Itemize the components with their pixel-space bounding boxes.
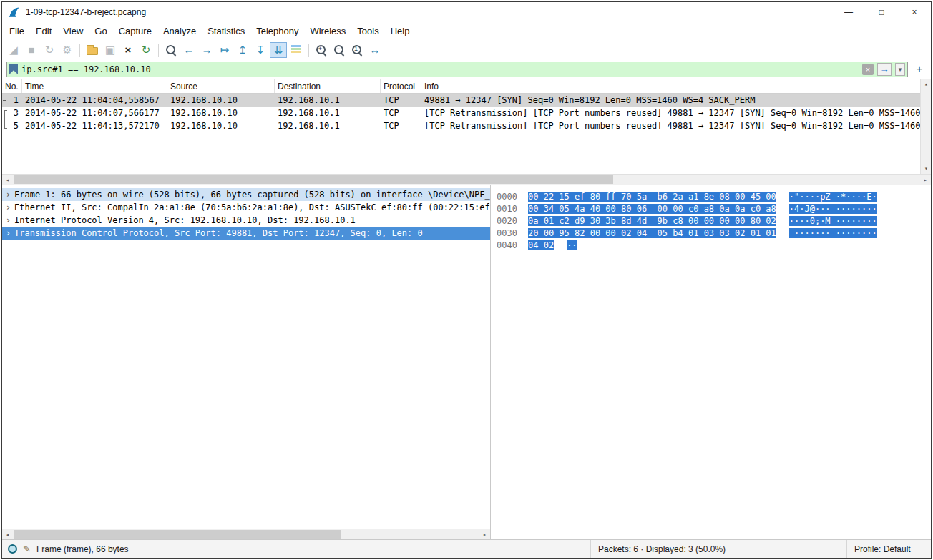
scroll-right-icon[interactable]: ▸	[920, 175, 931, 185]
expand-arrow-icon[interactable]: ›	[2, 188, 14, 201]
goto-packet-icon: ↦	[220, 44, 230, 55]
save-file-button[interactable]: ▣	[102, 42, 119, 58]
resize-columns-button[interactable]: ↔	[366, 42, 384, 58]
display-filter-input[interactable]: ip.src#1 == 192.168.10.10 × → ▾	[6, 62, 908, 77]
menu-capture[interactable]: Capture	[113, 24, 157, 39]
zoom-in-button[interactable]: +	[313, 42, 330, 58]
go-last-packet-button[interactable]: ↧	[252, 42, 269, 58]
colorize-button[interactable]	[288, 42, 305, 58]
start-capture-button[interactable]: ◢	[5, 42, 22, 58]
filter-dropdown-icon[interactable]: ▾	[895, 63, 905, 76]
menu-edit[interactable]: Edit	[30, 24, 57, 39]
expand-arrow-icon[interactable]: ›	[2, 214, 14, 227]
column-header-protocol[interactable]: Protocol	[381, 79, 421, 93]
detail-row-ethernet[interactable]: › Ethernet II, Src: CompalIn_2a:a1:8e (7…	[2, 201, 490, 214]
open-file-button[interactable]	[84, 42, 101, 58]
hex-offset: 0040	[497, 240, 528, 252]
menu-telephony[interactable]: Telephony	[250, 24, 304, 39]
auto-scroll-icon: ⇊	[274, 44, 283, 55]
hex-ascii[interactable]: ·4·J@··· ········	[789, 204, 877, 214]
filter-clear-button[interactable]: ×	[862, 64, 874, 75]
hex-offset: 0010	[497, 203, 528, 215]
hex-row[interactable]: 000000 22 15 ef 80 ff 70 5a b6 2a a1 8e …	[497, 191, 931, 203]
arrow-to-top-icon: ↥	[238, 44, 248, 55]
scrollbar-track[interactable]	[13, 175, 920, 185]
column-header-info[interactable]: Info	[421, 79, 931, 93]
go-to-packet-button[interactable]: ↦	[216, 42, 233, 58]
packet-row[interactable]: 1 2014-05-22 11:04:04,558567 192.168.10.…	[2, 94, 931, 107]
auto-scroll-button[interactable]: ⇊	[270, 42, 287, 58]
hex-row[interactable]: 003020 00 95 82 00 00 02 04 05 b4 01 03 …	[497, 227, 931, 240]
hex-bytes[interactable]: 00 22 15 ef 80 ff 70 5a b6 2a a1 8e 08 0…	[528, 192, 776, 202]
menu-analyze[interactable]: Analyze	[157, 24, 202, 39]
scroll-left-icon[interactable]: ◂	[2, 529, 13, 539]
go-first-packet-button[interactable]: ↥	[234, 42, 251, 58]
stop-capture-button[interactable]: ■	[23, 42, 40, 58]
go-forward-button[interactable]: →	[198, 42, 215, 58]
expand-arrow-icon[interactable]: ›	[2, 227, 14, 240]
hex-row[interactable]: 004004 02··	[497, 240, 931, 252]
hex-bytes[interactable]: 0a 01 c2 d9 30 3b 8d 4d 9b c8 00 00 00 0…	[528, 216, 776, 226]
packet-time-cell: 2014-05-22 11:04:07,566177	[22, 107, 167, 119]
packet-details-pane: › Frame 1: 66 bytes on wire (528 bits), …	[2, 185, 491, 539]
go-back-button[interactable]: ←	[180, 42, 197, 58]
menu-help[interactable]: Help	[385, 24, 416, 39]
detail-row-tcp[interactable]: › Transmission Control Protocol, Src Por…	[2, 227, 490, 240]
hex-bytes[interactable]: 00 34 05 4a 40 00 80 06 00 00 c0 a8 0a 0…	[528, 204, 776, 214]
details-hscrollbar[interactable]: ◂ ▸	[2, 529, 490, 539]
packet-source-cell: 192.168.10.10	[167, 94, 275, 107]
add-filter-button[interactable]: +	[912, 63, 927, 76]
filter-bookmark-icon[interactable]	[9, 64, 18, 74]
zoom-out-button[interactable]: −	[331, 42, 348, 58]
packet-protocol-cell: TCP	[381, 94, 421, 107]
packet-row[interactable]: 5 2014-05-22 11:04:13,572170 192.168.10.…	[2, 119, 931, 132]
hex-row[interactable]: 00200a 01 c2 d9 30 3b 8d 4d 9b c8 00 00 …	[497, 215, 931, 227]
status-profile[interactable]: Profile: Default	[846, 540, 931, 558]
filter-input-value[interactable]: ip.src#1 == 192.168.10.10	[21, 64, 859, 74]
menu-go[interactable]: Go	[89, 24, 112, 39]
filter-apply-button[interactable]: →	[877, 63, 892, 76]
packet-row[interactable]: 3 2014-05-22 11:04:07,566177 192.168.10.…	[2, 107, 931, 119]
scrollbar-track[interactable]	[13, 529, 479, 539]
capture-options-button[interactable]: ⚙	[59, 42, 76, 58]
hex-ascii[interactable]: ····0;·M ········	[789, 216, 877, 226]
restart-capture-button[interactable]: ↻	[41, 42, 58, 58]
scroll-left-icon[interactable]: ◂	[2, 175, 13, 185]
column-header-time[interactable]: Time	[22, 79, 167, 93]
menu-statistics[interactable]: Statistics	[202, 24, 250, 39]
hex-ascii[interactable]: ······· ········	[789, 228, 877, 238]
scrollbar-thumb[interactable]	[14, 175, 613, 184]
detail-row-frame[interactable]: › Frame 1: 66 bytes on wire (528 bits), …	[2, 188, 490, 201]
scroll-up-icon[interactable]: ▴	[921, 79, 932, 89]
expert-info-icon[interactable]	[8, 544, 17, 554]
title-bar: 1-09-tcp-12347-b-reject.pcapng — □ ×	[2, 2, 931, 22]
close-button[interactable]: ×	[898, 2, 931, 22]
scroll-right-icon[interactable]: ▸	[479, 529, 490, 539]
menu-view[interactable]: View	[57, 24, 89, 39]
capture-comment-icon[interactable]: ✎	[23, 544, 31, 554]
hex-row[interactable]: 001000 34 05 4a 40 00 80 06 00 00 c0 a8 …	[497, 203, 931, 215]
menu-file[interactable]: File	[4, 24, 30, 39]
reload-file-button[interactable]: ↻	[137, 42, 155, 58]
maximize-button[interactable]: □	[865, 2, 898, 22]
find-packet-button[interactable]	[162, 42, 180, 58]
hex-ascii[interactable]: ··	[567, 240, 577, 250]
packet-list-vscrollbar[interactable]: ▴ ▾	[920, 79, 931, 174]
hex-bytes[interactable]: 04 02	[528, 240, 554, 250]
menu-tools[interactable]: Tools	[351, 24, 384, 39]
scrollbar-thumb[interactable]	[14, 530, 341, 539]
column-header-destination[interactable]: Destination	[275, 79, 381, 93]
detail-row-ip[interactable]: › Internet Protocol Version 4, Src: 192.…	[2, 214, 490, 227]
scroll-down-icon[interactable]: ▾	[921, 164, 932, 174]
column-header-source[interactable]: Source	[167, 79, 275, 93]
main-toolbar: ◢ ■ ↻ ⚙ ▣ × ↻ ← → ↦ ↥ ↧ ⇊ + − 1 ↔	[2, 40, 931, 59]
hex-ascii[interactable]: ·"····pZ ·*····E·	[789, 192, 877, 202]
hex-bytes[interactable]: 20 00 95 82 00 00 02 04 05 b4 01 03 03 0…	[528, 228, 776, 238]
minimize-button[interactable]: —	[832, 2, 865, 22]
expand-arrow-icon[interactable]: ›	[2, 201, 14, 214]
close-file-button[interactable]: ×	[119, 42, 137, 58]
menu-wireless[interactable]: Wireless	[304, 24, 351, 39]
zoom-original-button[interactable]: 1	[348, 42, 366, 58]
packet-list-hscrollbar[interactable]: ◂ ▸	[2, 174, 931, 185]
column-header-no[interactable]: No.	[2, 79, 22, 93]
